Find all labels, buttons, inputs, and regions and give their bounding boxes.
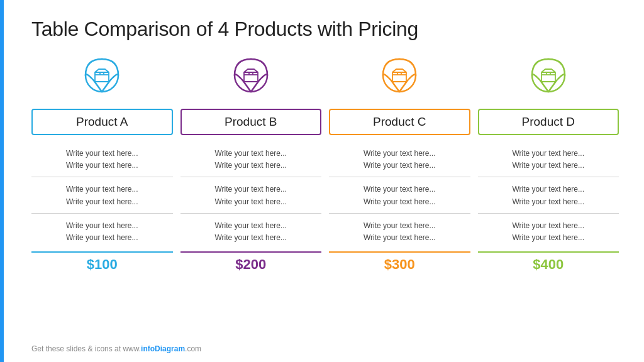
feature-line: Write your text here... bbox=[478, 184, 619, 195]
feature-group-b-2: Write your text here...Write your text h… bbox=[180, 214, 322, 249]
product-col-b: Product BWrite your text here...Write yo… bbox=[180, 56, 322, 273]
feature-line: Write your text here... bbox=[329, 232, 470, 244]
feature-line: Write your text here... bbox=[180, 232, 322, 244]
feature-group-c-2: Write your text here...Write your text h… bbox=[329, 214, 470, 249]
feature-group-a-1: Write your text here...Write your text h… bbox=[31, 177, 173, 213]
page-title: Table Comparison of 4 Products with Pric… bbox=[31, 18, 619, 41]
product-col-d: Product DWrite your text here...Write yo… bbox=[478, 56, 619, 273]
feature-group-a-2: Write your text here...Write your text h… bbox=[31, 214, 173, 249]
product-col-c: Product CWrite your text here...Write yo… bbox=[329, 56, 470, 273]
feature-rows-c: Write your text here...Write your text h… bbox=[329, 141, 470, 249]
price-a: $100 bbox=[31, 251, 173, 273]
feature-rows-b: Write your text here...Write your text h… bbox=[180, 141, 322, 249]
feature-line: Write your text here... bbox=[180, 148, 322, 160]
product-col-a: Product AWrite your text here...Write yo… bbox=[31, 56, 173, 273]
feature-line: Write your text here... bbox=[329, 196, 470, 208]
footer-brand: infoDiagram bbox=[141, 344, 185, 353]
feature-group-d-2: Write your text here...Write your text h… bbox=[478, 214, 619, 249]
feature-rows-d: Write your text here...Write your text h… bbox=[478, 141, 619, 249]
feature-line: Write your text here... bbox=[329, 160, 470, 172]
feature-line: Write your text here... bbox=[180, 220, 322, 232]
feature-line: Write your text here... bbox=[31, 232, 173, 244]
feature-group-b-1: Write your text here...Write your text h… bbox=[180, 177, 322, 213]
feature-line: Write your text here... bbox=[478, 232, 619, 244]
price-b: $200 bbox=[180, 251, 322, 273]
feature-line: Write your text here... bbox=[31, 196, 173, 208]
feature-group-d-0: Write your text here...Write your text h… bbox=[478, 141, 619, 177]
feature-line: Write your text here... bbox=[478, 220, 619, 232]
pin-c bbox=[377, 56, 421, 106]
product-name-b: Product B bbox=[180, 109, 322, 135]
feature-line: Write your text here... bbox=[478, 148, 619, 160]
feature-group-d-1: Write your text here...Write your text h… bbox=[478, 177, 619, 213]
footer-text-after: .com bbox=[185, 344, 201, 353]
feature-line: Write your text here... bbox=[31, 148, 173, 160]
box-icon bbox=[526, 57, 570, 106]
feature-line: Write your text here... bbox=[180, 196, 322, 208]
feature-line: Write your text here... bbox=[180, 160, 322, 172]
feature-group-c-1: Write your text here...Write your text h… bbox=[329, 177, 470, 213]
product-name-c: Product C bbox=[329, 109, 470, 135]
feature-group-a-0: Write your text here...Write your text h… bbox=[31, 141, 173, 177]
feature-line: Write your text here... bbox=[329, 220, 470, 232]
product-name-a: Product A bbox=[31, 109, 173, 135]
pin-b bbox=[229, 56, 273, 106]
feature-line: Write your text here... bbox=[329, 184, 470, 195]
feature-line: Write your text here... bbox=[478, 160, 619, 172]
feature-line: Write your text here... bbox=[329, 148, 470, 160]
feature-line: Write your text here... bbox=[31, 160, 173, 172]
price-d: $400 bbox=[478, 251, 619, 273]
box-icon bbox=[80, 57, 124, 106]
feature-line: Write your text here... bbox=[180, 184, 322, 195]
feature-rows-a: Write your text here...Write your text h… bbox=[31, 141, 173, 249]
pin-a bbox=[80, 56, 124, 106]
feature-line: Write your text here... bbox=[31, 220, 173, 232]
price-c: $300 bbox=[329, 251, 470, 273]
box-icon bbox=[229, 57, 273, 106]
products-grid: Product AWrite your text here...Write yo… bbox=[31, 56, 619, 273]
feature-group-b-0: Write your text here...Write your text h… bbox=[180, 141, 322, 177]
pin-d bbox=[526, 56, 570, 106]
feature-line: Write your text here... bbox=[478, 196, 619, 208]
footer: Get these slides & icons at www.infoDiag… bbox=[31, 344, 201, 353]
footer-text-before: Get these slides & icons at www. bbox=[31, 344, 141, 353]
feature-group-c-0: Write your text here...Write your text h… bbox=[329, 141, 470, 177]
product-name-d: Product D bbox=[478, 109, 619, 135]
box-icon bbox=[377, 57, 421, 106]
main-content: Table Comparison of 4 Products with Pric… bbox=[0, 0, 644, 285]
left-accent-bar bbox=[0, 0, 4, 362]
feature-line: Write your text here... bbox=[31, 184, 173, 195]
